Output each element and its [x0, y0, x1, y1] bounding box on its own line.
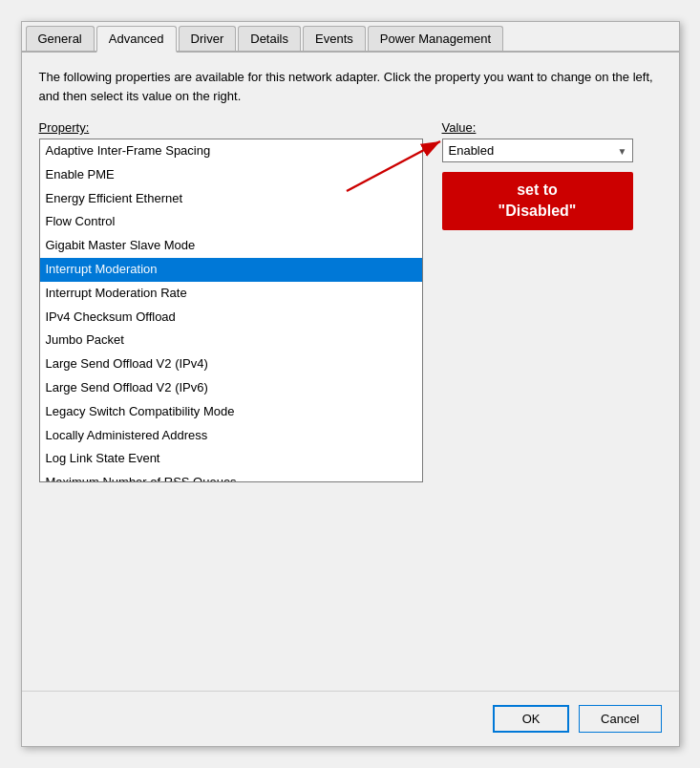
list-item[interactable]: Enable PME	[40, 163, 422, 187]
value-dropdown-wrapper: Enabled Disabled ▼	[442, 139, 633, 162]
list-item[interactable]: IPv4 Checksum Offload	[40, 306, 422, 330]
tab-power-management[interactable]: Power Management	[368, 26, 503, 51]
list-item[interactable]: Jumbo Packet	[40, 329, 422, 352]
annotation-text-line1: set to	[517, 181, 558, 198]
tab-driver[interactable]: Driver	[179, 26, 237, 51]
cancel-button[interactable]: Cancel	[579, 705, 661, 733]
list-item[interactable]: Interrupt Moderation Rate	[40, 282, 422, 306]
tab-details[interactable]: Details	[238, 26, 301, 51]
property-list[interactable]: Adaptive Inter-Frame Spacing Enable PME …	[39, 139, 423, 482]
list-item[interactable]: Adaptive Inter-Frame Spacing	[40, 139, 422, 163]
list-item[interactable]: Large Send Offload V2 (IPv4)	[40, 352, 422, 376]
properties-value-columns: Property: Adaptive Inter-Frame Spacing E…	[39, 120, 662, 675]
property-label: Property:	[39, 120, 423, 135]
annotation-area: set to "Disabled"	[442, 172, 662, 230]
tab-events[interactable]: Events	[303, 26, 366, 51]
list-item[interactable]: Maximum Number of RSS Queues	[40, 471, 422, 482]
list-item[interactable]: Large Send Offload V2 (IPv6)	[40, 376, 422, 400]
list-item[interactable]: Energy Efficient Ethernet	[40, 187, 422, 211]
value-section: Enabled Disabled ▼	[442, 139, 662, 230]
tab-content-advanced: The following properties are available f…	[22, 53, 679, 691]
value-column: Value: Enabled Disabled ▼	[442, 120, 662, 675]
ok-button[interactable]: OK	[493, 705, 569, 733]
value-dropdown[interactable]: Enabled Disabled	[442, 139, 633, 162]
value-label: Value:	[442, 120, 662, 135]
tab-general[interactable]: General	[26, 26, 95, 51]
list-item[interactable]: Log Link State Event	[40, 447, 422, 471]
list-item-flow-control[interactable]: Flow Control	[40, 210, 422, 234]
list-item-interrupt-moderation[interactable]: Interrupt Moderation	[40, 258, 422, 282]
property-column: Property: Adaptive Inter-Frame Spacing E…	[39, 120, 423, 675]
annotation-box: set to "Disabled"	[442, 172, 633, 230]
dialog-window: General Advanced Driver Details Events P…	[21, 21, 680, 747]
description-text: The following properties are available f…	[39, 68, 662, 105]
list-item[interactable]: Gigabit Master Slave Mode	[40, 234, 422, 258]
tab-advanced[interactable]: Advanced	[96, 26, 177, 53]
list-item[interactable]: Locally Administered Address	[40, 424, 422, 448]
button-row: OK Cancel	[22, 691, 679, 746]
list-item[interactable]: Legacy Switch Compatibility Mode	[40, 400, 422, 424]
annotation-text-line2: "Disabled"	[498, 203, 577, 219]
tab-bar: General Advanced Driver Details Events P…	[22, 22, 679, 53]
